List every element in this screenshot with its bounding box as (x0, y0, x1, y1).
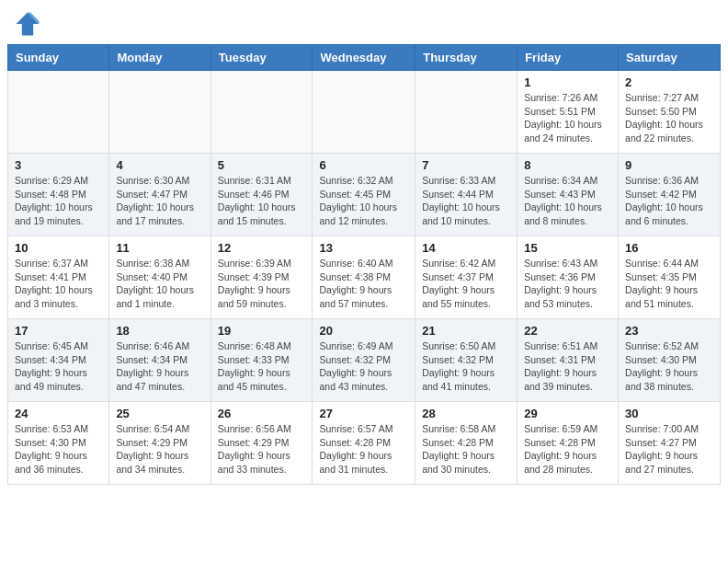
day-number: 8 (524, 158, 611, 172)
day-number: 15 (524, 241, 611, 255)
day-cell: 2Sunrise: 7:27 AM Sunset: 5:50 PM Daylig… (619, 71, 721, 154)
day-number: 24 (15, 407, 102, 420)
col-header-sunday: Sunday (8, 45, 109, 71)
day-info: Sunrise: 7:26 AM Sunset: 5:51 PM Dayligh… (524, 91, 611, 145)
day-number: 26 (218, 407, 306, 420)
day-info: Sunrise: 6:57 AM Sunset: 4:28 PM Dayligh… (319, 422, 408, 477)
day-info: Sunrise: 6:36 AM Sunset: 4:42 PM Dayligh… (625, 174, 713, 228)
calendar-header-row: SundayMondayTuesdayWednesdayThursdayFrid… (8, 45, 721, 71)
day-info: Sunrise: 6:54 AM Sunset: 4:29 PM Dayligh… (116, 422, 203, 477)
day-info: Sunrise: 6:51 AM Sunset: 4:31 PM Dayligh… (524, 339, 611, 394)
day-cell: 5Sunrise: 6:31 AM Sunset: 4:46 PM Daylig… (210, 154, 313, 236)
day-cell: 12Sunrise: 6:39 AM Sunset: 4:39 PM Dayli… (210, 236, 313, 319)
day-number: 29 (524, 407, 611, 420)
day-info: Sunrise: 6:37 AM Sunset: 4:41 PM Dayligh… (15, 257, 102, 311)
week-row-2: 3Sunrise: 6:29 AM Sunset: 4:48 PM Daylig… (8, 154, 721, 236)
week-row-5: 24Sunrise: 6:53 AM Sunset: 4:30 PM Dayli… (8, 402, 721, 485)
day-info: Sunrise: 6:43 AM Sunset: 4:36 PM Dayligh… (524, 257, 611, 311)
svg-marker-0 (17, 13, 40, 36)
day-number: 4 (116, 158, 203, 172)
calendar-wrapper: SundayMondayTuesdayWednesdayThursdayFrid… (0, 44, 728, 492)
day-cell: 27Sunrise: 6:57 AM Sunset: 4:28 PM Dayli… (313, 402, 415, 485)
col-header-wednesday: Wednesday (313, 45, 415, 71)
day-number: 10 (15, 241, 102, 255)
day-info: Sunrise: 6:44 AM Sunset: 4:35 PM Dayligh… (625, 257, 713, 311)
day-info: Sunrise: 6:49 AM Sunset: 4:32 PM Dayligh… (319, 339, 408, 394)
day-info: Sunrise: 7:00 AM Sunset: 4:27 PM Dayligh… (625, 422, 713, 477)
day-info: Sunrise: 6:30 AM Sunset: 4:47 PM Dayligh… (116, 174, 203, 228)
day-number: 19 (218, 324, 306, 338)
day-number: 30 (625, 407, 713, 420)
day-number: 5 (218, 158, 306, 172)
day-cell: 9Sunrise: 6:36 AM Sunset: 4:42 PM Daylig… (619, 154, 721, 236)
day-number: 6 (319, 158, 408, 172)
col-header-tuesday: Tuesday (210, 45, 313, 71)
day-info: Sunrise: 6:32 AM Sunset: 4:45 PM Dayligh… (319, 174, 408, 228)
day-info: Sunrise: 6:31 AM Sunset: 4:46 PM Dayligh… (218, 174, 306, 228)
day-number: 25 (116, 407, 203, 420)
day-cell (210, 71, 313, 154)
day-cell: 29Sunrise: 6:59 AM Sunset: 4:28 PM Dayli… (518, 402, 619, 485)
day-number: 13 (319, 241, 408, 255)
day-number: 9 (625, 158, 713, 172)
day-number: 7 (422, 158, 510, 172)
page-header (0, 0, 728, 44)
day-cell: 3Sunrise: 6:29 AM Sunset: 4:48 PM Daylig… (8, 154, 109, 236)
day-number: 21 (422, 324, 510, 338)
day-cell: 10Sunrise: 6:37 AM Sunset: 4:41 PM Dayli… (8, 236, 109, 319)
day-cell: 30Sunrise: 7:00 AM Sunset: 4:27 PM Dayli… (619, 402, 721, 485)
day-info: Sunrise: 6:59 AM Sunset: 4:28 PM Dayligh… (524, 422, 611, 477)
day-cell: 11Sunrise: 6:38 AM Sunset: 4:40 PM Dayli… (109, 236, 210, 319)
day-cell: 8Sunrise: 6:34 AM Sunset: 4:43 PM Daylig… (518, 154, 619, 236)
day-number: 20 (319, 324, 408, 338)
day-number: 1 (524, 75, 611, 89)
day-cell (313, 71, 415, 154)
day-number: 18 (116, 324, 203, 338)
day-info: Sunrise: 7:27 AM Sunset: 5:50 PM Dayligh… (625, 91, 713, 145)
week-row-3: 10Sunrise: 6:37 AM Sunset: 4:41 PM Dayli… (8, 236, 721, 319)
day-cell: 25Sunrise: 6:54 AM Sunset: 4:29 PM Dayli… (109, 402, 210, 485)
logo-icon (15, 11, 40, 37)
day-info: Sunrise: 6:58 AM Sunset: 4:28 PM Dayligh… (422, 422, 510, 477)
day-cell: 22Sunrise: 6:51 AM Sunset: 4:31 PM Dayli… (518, 319, 619, 402)
day-number: 22 (524, 324, 611, 338)
day-info: Sunrise: 6:34 AM Sunset: 4:43 PM Dayligh… (524, 174, 611, 228)
day-number: 11 (116, 241, 203, 255)
day-cell: 26Sunrise: 6:56 AM Sunset: 4:29 PM Dayli… (210, 402, 313, 485)
day-info: Sunrise: 6:46 AM Sunset: 4:34 PM Dayligh… (116, 339, 203, 394)
day-cell: 19Sunrise: 6:48 AM Sunset: 4:33 PM Dayli… (210, 319, 313, 402)
week-row-1: 1Sunrise: 7:26 AM Sunset: 5:51 PM Daylig… (8, 71, 721, 154)
day-cell: 13Sunrise: 6:40 AM Sunset: 4:38 PM Dayli… (313, 236, 415, 319)
col-header-friday: Friday (518, 45, 619, 71)
day-number: 12 (218, 241, 306, 255)
day-number: 3 (15, 158, 102, 172)
day-number: 27 (319, 407, 408, 420)
day-cell (415, 71, 518, 154)
col-header-monday: Monday (109, 45, 210, 71)
day-info: Sunrise: 6:53 AM Sunset: 4:30 PM Dayligh… (15, 422, 102, 477)
day-cell: 28Sunrise: 6:58 AM Sunset: 4:28 PM Dayli… (415, 402, 518, 485)
day-cell: 15Sunrise: 6:43 AM Sunset: 4:36 PM Dayli… (518, 236, 619, 319)
day-cell (109, 71, 210, 154)
day-cell: 6Sunrise: 6:32 AM Sunset: 4:45 PM Daylig… (313, 154, 415, 236)
day-cell: 20Sunrise: 6:49 AM Sunset: 4:32 PM Dayli… (313, 319, 415, 402)
col-header-thursday: Thursday (415, 45, 518, 71)
day-number: 28 (422, 407, 510, 420)
day-number: 16 (625, 241, 713, 255)
day-info: Sunrise: 6:50 AM Sunset: 4:32 PM Dayligh… (422, 339, 510, 394)
day-cell: 18Sunrise: 6:46 AM Sunset: 4:34 PM Dayli… (109, 319, 210, 402)
day-info: Sunrise: 6:42 AM Sunset: 4:37 PM Dayligh… (422, 257, 510, 311)
col-header-saturday: Saturday (619, 45, 721, 71)
logo (15, 11, 42, 37)
day-number: 17 (15, 324, 102, 338)
day-cell (8, 71, 109, 154)
day-info: Sunrise: 6:48 AM Sunset: 4:33 PM Dayligh… (218, 339, 306, 394)
day-cell: 23Sunrise: 6:52 AM Sunset: 4:30 PM Dayli… (619, 319, 721, 402)
day-cell: 14Sunrise: 6:42 AM Sunset: 4:37 PM Dayli… (415, 236, 518, 319)
day-cell: 24Sunrise: 6:53 AM Sunset: 4:30 PM Dayli… (8, 402, 109, 485)
day-info: Sunrise: 6:38 AM Sunset: 4:40 PM Dayligh… (116, 257, 203, 311)
day-info: Sunrise: 6:29 AM Sunset: 4:48 PM Dayligh… (15, 174, 102, 228)
day-info: Sunrise: 6:52 AM Sunset: 4:30 PM Dayligh… (625, 339, 713, 394)
day-info: Sunrise: 6:40 AM Sunset: 4:38 PM Dayligh… (319, 257, 408, 311)
calendar-table: SundayMondayTuesdayWednesdayThursdayFrid… (7, 44, 721, 485)
